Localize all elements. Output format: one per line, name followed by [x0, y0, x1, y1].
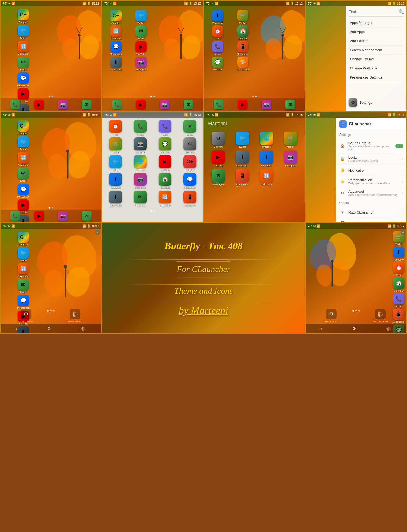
- settings-icon-7[interactable]: ⚙: [212, 132, 225, 145]
- cl-advanced[interactable]: ⚙ Advanced Auto clear memory/top recomme…: [336, 187, 406, 199]
- email-icon-2[interactable]: ✉: [135, 25, 147, 37]
- menu-apps-manager[interactable]: Apps Manager: [349, 18, 404, 27]
- widget-shortcut-icon-10[interactable]: 🐌: [375, 309, 386, 319]
- yt-icon-5[interactable]: ▶: [18, 199, 29, 211]
- yt-icon-6[interactable]: ▶: [159, 155, 171, 168]
- viber-icon-10[interactable]: 📞: [393, 293, 404, 304]
- widget-shortcut-10[interactable]: 🐌 System shortcut: [372, 309, 388, 322]
- app-time-3[interactable]: ⏰ Time: [206, 25, 230, 40]
- mobo-icon-7[interactable]: 📱: [236, 169, 249, 183]
- market-icon-6[interactable]: 🛒: [109, 137, 122, 150]
- app-cal-6[interactable]: 📅 Calendar: [153, 173, 177, 189]
- app-settings-7[interactable]: ⚙ Settings: [207, 132, 229, 148]
- widget-shortcut-icon-9[interactable]: 🐌: [70, 309, 80, 319]
- app-fb-3[interactable]: f Facebook: [206, 10, 230, 24]
- settings-bottom[interactable]: ⚙ Settings: [346, 98, 406, 107]
- menu-change-theme[interactable]: Change Theme: [349, 55, 404, 64]
- viber-icon-3[interactable]: 📞: [212, 41, 223, 52]
- dl-icon-2[interactable]: ⬇: [110, 57, 122, 68]
- time-icon-10[interactable]: ⏰: [393, 262, 404, 273]
- msg-icon-2[interactable]: 💬: [110, 41, 122, 52]
- app-market-6[interactable]: 🛒 Market: [104, 137, 127, 154]
- app-item-calc-1[interactable]: 🔢 Calculator: [3, 41, 44, 55]
- app-email-5[interactable]: ✉ Email: [3, 168, 44, 182]
- calc-icon-9[interactable]: 🔢: [18, 263, 29, 274]
- app-dl-6[interactable]: ⬇ Downloads: [104, 191, 127, 207]
- app-twitter-6[interactable]: 🐦 Twitter: [104, 155, 127, 171]
- twitter-icon-1[interactable]: 🐦: [18, 25, 29, 36]
- app-fb-7[interactable]: f Facebook: [255, 150, 277, 167]
- app-dl-7[interactable]: ⬇ Downloads: [231, 150, 253, 167]
- app-fb-10[interactable]: f Facebook: [393, 247, 404, 261]
- menu-add-folders[interactable]: Add Folders: [349, 36, 404, 46]
- google-icon-5[interactable]: G+: [18, 120, 29, 132]
- cl-feedback[interactable]: 💬 Feedback ›: [336, 218, 406, 222]
- google-icon-2[interactable]: G+: [110, 10, 122, 21]
- twitter-icon-7[interactable]: 🐦: [236, 132, 249, 145]
- dock-ig-3[interactable]: 📷: [262, 100, 271, 109]
- wechat-icon-3[interactable]: 💬: [212, 57, 223, 68]
- app-viber-3[interactable]: 📞 Viber: [206, 41, 230, 55]
- widget-system-10[interactable]: ⚙ System widget: [324, 309, 338, 322]
- dock-phone-2[interactable]: 📞: [112, 100, 122, 109]
- mobo-icon-3[interactable]: 📱: [237, 41, 248, 52]
- msg-icon-6[interactable]: 💬: [183, 173, 196, 186]
- menu-change-wallpaper[interactable]: Change Wallpaper: [349, 64, 404, 73]
- dock-ig-2[interactable]: 📷: [160, 100, 169, 109]
- cl-personalization[interactable]: ⭐ Personalization Wallpaper blur/screen …: [336, 176, 406, 187]
- app-chrome-6[interactable]: 🌐 Chrome: [129, 155, 152, 171]
- search-icon-menu[interactable]: 🔍: [398, 9, 404, 14]
- viber-icon-6[interactable]: 📞: [159, 120, 171, 133]
- calc-icon-5[interactable]: 🔢: [18, 152, 29, 163]
- time-icon-6[interactable]: ⏰: [109, 120, 122, 133]
- close-button-10[interactable]: ✕: [400, 230, 405, 235]
- app-viber-6[interactable]: 📞 Viber: [153, 120, 177, 136]
- chrome-icon-6[interactable]: 🌐: [134, 155, 147, 168]
- messages-icon-7[interactable]: ✉: [212, 169, 225, 183]
- app-email-9[interactable]: ✉ Email: [3, 279, 44, 293]
- app-gplus-6[interactable]: G+ Google+: [178, 155, 202, 171]
- email-icon-6[interactable]: ✉: [183, 120, 196, 133]
- app-diy-3[interactable]: 🎨 DIY Theme: [231, 57, 255, 71]
- time-icon-3[interactable]: ⏰: [212, 25, 223, 37]
- app-google-2[interactable]: G+ Google+: [104, 10, 128, 24]
- menu-add-apps[interactable]: Add Apps: [349, 27, 404, 36]
- dl-icon-7[interactable]: ⬇: [236, 150, 249, 164]
- app-messages-6[interactable]: ✉ Messages: [129, 191, 152, 207]
- app-ig-6[interactable]: 📷 Instagram: [129, 173, 152, 189]
- widget-system-9[interactable]: ⚙ System widget: [19, 309, 33, 322]
- app-yt-7[interactable]: ▶ YouTube: [207, 150, 229, 167]
- app-email-2[interactable]: ✉ Email: [129, 25, 153, 40]
- diy-icon-3[interactable]: 🎨: [237, 57, 248, 68]
- cl-set-default[interactable]: 🏠 Set as Default Set as default launcher…: [336, 139, 406, 153]
- app-calc-7[interactable]: 🔢 Calculator: [255, 169, 277, 186]
- folder-dots-7[interactable]: ⋮: [295, 120, 301, 127]
- calc-icon-2[interactable]: 🔢: [110, 25, 122, 37]
- google-icon-9[interactable]: G+: [18, 232, 29, 243]
- app-calc-2[interactable]: 🔢 Calculator: [104, 25, 128, 40]
- close-button-9[interactable]: ✕: [95, 230, 100, 235]
- app-dl-2[interactable]: ⬇ Downloads: [104, 57, 128, 71]
- msg-icon-5[interactable]: 💬: [18, 184, 29, 195]
- dock-yt-1[interactable]: ▶: [34, 100, 44, 109]
- app-settings-6[interactable]: ⚙ Settings: [178, 137, 202, 154]
- dock-email-3[interactable]: ✉: [285, 100, 295, 109]
- app-item-msg-1[interactable]: 💬 Messenger: [3, 72, 44, 87]
- app-wechat-6[interactable]: 💬 WeChat: [153, 137, 177, 154]
- app-twitter-2[interactable]: 🐦 Twitter: [129, 10, 153, 24]
- app-msg-5[interactable]: 💬 Messenger: [3, 184, 44, 198]
- email-icon-1[interactable]: ✉: [18, 57, 29, 68]
- app-twitter-9[interactable]: 🐦 Twitter: [3, 247, 44, 262]
- cl-locker[interactable]: 🔒 Locker Locker/Passcode Setting ›: [336, 153, 406, 165]
- dock-yt-2[interactable]: ▶: [136, 100, 146, 109]
- app-calc-9[interactable]: 🔢 Calculator: [3, 263, 44, 278]
- menu-screen-mgmt[interactable]: Screen Management: [349, 46, 404, 55]
- dock-email-5[interactable]: ✉: [82, 211, 92, 221]
- market-icon-7[interactable]: 🛒: [284, 132, 297, 145]
- app-market-3[interactable]: 🛒 Market: [231, 10, 255, 24]
- app-cal-10[interactable]: 📅 Calendar: [393, 278, 404, 292]
- settings-icon-menu[interactable]: ⚙: [349, 98, 357, 107]
- calc-icon-6[interactable]: 🔢: [159, 191, 171, 203]
- app-time-10[interactable]: ⏰ Time: [393, 262, 404, 277]
- toggle-on-switch[interactable]: on: [395, 144, 403, 148]
